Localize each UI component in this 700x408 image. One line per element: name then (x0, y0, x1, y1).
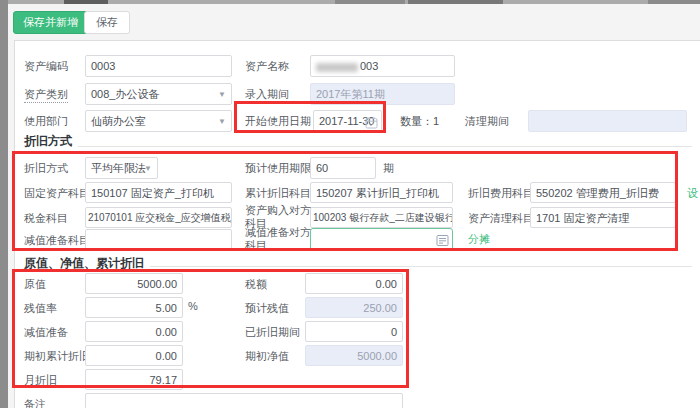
department-label: 使用部门 (24, 114, 68, 128)
asset-cleanup-account-input[interactable]: 1701 固定资产清理 (530, 207, 676, 228)
accum-depr-account-input[interactable]: 150207 累计折旧_打印机 (310, 182, 453, 203)
residual-rate-input[interactable]: 5.00 (85, 297, 183, 318)
monthly-depr-label: 月折旧 (24, 373, 57, 387)
save-and-new-button[interactable]: 保存并新增 (13, 11, 88, 34)
expected-life-input[interactable]: 60 (310, 157, 376, 179)
start-date-label: 开始使用日期 (245, 114, 311, 128)
chevron-down-icon: ▼ (144, 162, 152, 176)
impairment-account-label: 减值准备科目 (24, 233, 90, 247)
accum-depr-account-label: 累计折旧科目 (245, 186, 311, 200)
expected-residual-label: 预计残值 (245, 301, 289, 315)
fixed-asset-account-input[interactable]: 150107 固定资产_打印机 (85, 182, 232, 203)
top-clipped-cell (335, 0, 405, 4)
remark-input[interactable] (85, 393, 403, 408)
fixed-asset-account-label: 固定资产科目 (24, 186, 90, 200)
tax-amount-label: 税额 (245, 277, 267, 291)
start-date-input[interactable]: 2017-11-30 (313, 110, 382, 132)
top-clipped-cell (648, 0, 700, 4)
residual-rate-label: 残值率 (24, 301, 57, 315)
impairment-opposite-account-label: 减值准备对方科目 (245, 226, 311, 252)
settings-link[interactable]: 设 (687, 186, 698, 201)
section-divider (24, 146, 692, 147)
initial-accum-depr-label: 期初累计折旧 (24, 349, 90, 363)
monthly-depr-input[interactable]: 79.17 (85, 369, 183, 390)
expected-life-unit: 期 (383, 161, 394, 176)
asset-category-label: 资产类别 (24, 87, 68, 103)
value-section-title: 原值、净值、累计折旧 (24, 255, 150, 272)
chevron-down-icon: ▼ (218, 88, 226, 102)
asset-code-input[interactable]: 0003 (85, 55, 232, 77)
impairment-reserve-input[interactable]: 0.00 (85, 321, 183, 342)
depr-expense-account-label: 折旧费用科目 (468, 186, 534, 200)
original-value-label: 原值 (24, 277, 46, 291)
expected-life-label: 预计使用期限 (245, 161, 311, 175)
chevron-down-icon: ▼ (218, 115, 226, 129)
depreciated-periods-input[interactable]: 0 (305, 321, 403, 342)
asset-name-label: 资产名称 (245, 59, 289, 73)
save-button[interactable]: 保存 (84, 11, 130, 34)
tax-amount-input[interactable]: 0.00 (305, 273, 403, 294)
impairment-account-input[interactable] (85, 229, 232, 250)
department-select[interactable]: 仙萌办公室▼ (85, 110, 232, 132)
depreciation-section-title: 折旧方式 (24, 133, 78, 150)
purchase-opposite-account-input[interactable]: 100203 银行存款_二店建设银行0144 (310, 207, 453, 228)
impairment-reserve-label: 减值准备 (24, 325, 68, 339)
depr-expense-account-input[interactable]: 550202 管理费用_折旧费 (530, 182, 676, 203)
tax-account-input[interactable]: 21070101 应交税金_应交增值税_进项 (85, 207, 232, 228)
asset-code-label: 资产编码 (24, 59, 68, 73)
initial-accum-depr-input[interactable]: 0.00 (85, 345, 183, 366)
asset-category-select[interactable]: 008_办公设备▼ (85, 83, 232, 105)
top-clipped-cell (408, 0, 503, 4)
cleanup-period-label: 清理期间 (465, 114, 509, 128)
asset-name-input[interactable]: 003 (310, 55, 455, 77)
remark-label: 备注 (24, 397, 46, 408)
entry-period-label: 录入期间 (245, 87, 289, 101)
asset-cleanup-account-label: 资产清理科目 (468, 211, 534, 225)
account-lookup-icon[interactable] (436, 233, 697, 251)
redacted-text (316, 63, 358, 72)
top-clipped-cell (64, 0, 108, 4)
top-clipped-row (0, 0, 700, 4)
depreciation-method-label: 折旧方式 (24, 161, 68, 175)
left-scrollbar-strip[interactable] (0, 0, 8, 408)
cleanup-period-field (528, 110, 687, 132)
initial-net-value-field: 5000.00 (305, 345, 403, 366)
impairment-opposite-account-input[interactable] (310, 228, 453, 251)
tax-account-label: 税金科目 (24, 211, 68, 225)
calendar-icon[interactable] (365, 115, 378, 132)
asset-name-visible: 003 (360, 60, 378, 72)
initial-net-value-label: 期初净值 (245, 349, 289, 363)
asset-form-page: 保存并新增 保存 资产编码 0003 资产名称 003 资产类别 008_办公设… (0, 0, 700, 408)
quantity-text: 数量：1 (400, 114, 439, 129)
residual-rate-unit: % (188, 300, 198, 312)
depreciation-method-select[interactable]: 平均年限法▼ (85, 157, 158, 179)
depreciated-periods-label: 已折旧期间 (245, 325, 300, 339)
original-value-input[interactable]: 5000.00 (85, 273, 183, 294)
expected-residual-field: 250.00 (305, 297, 403, 318)
entry-period-field: 2017年第11期 (310, 83, 455, 105)
